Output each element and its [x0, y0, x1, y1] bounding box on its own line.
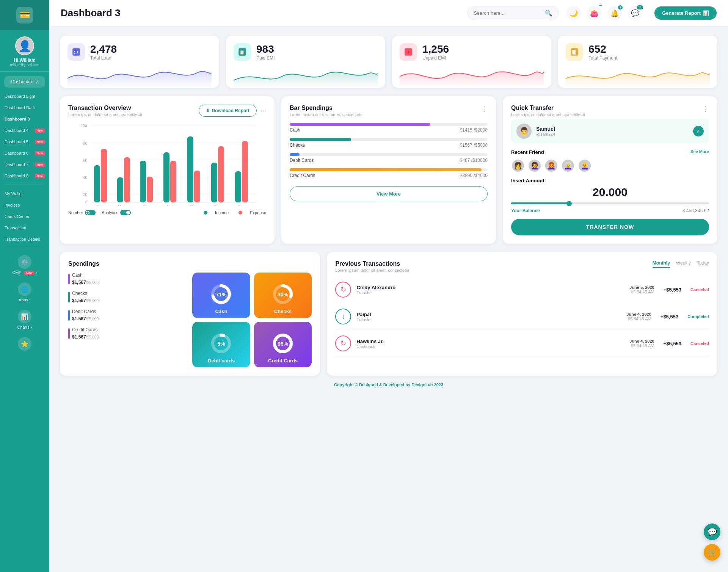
- sidebar-item-dashboard-dark[interactable]: Dashboard Dark: [0, 102, 49, 113]
- trans-status-2: Completed: [687, 314, 709, 319]
- svg-text:40: 40: [83, 176, 88, 180]
- expense-dot: [238, 211, 242, 215]
- bell-btn[interactable]: 🔔 2: [607, 6, 622, 20]
- see-more-link[interactable]: See More: [690, 149, 709, 155]
- search-box: 🔍: [467, 6, 559, 20]
- sidebar-item-dashboard7[interactable]: Dashboard 7New: [0, 159, 49, 170]
- paid-emi-wave: [234, 65, 378, 88]
- middle-row: Transaction Overview Lorem ipsum dolor s…: [60, 96, 717, 244]
- trans-name-2: Paipal: [356, 312, 621, 317]
- search-input[interactable]: [474, 10, 542, 16]
- tab-weekly[interactable]: Weekly: [676, 260, 691, 268]
- income-label: Income: [215, 210, 229, 215]
- svg-text:🏷: 🏷: [73, 50, 78, 55]
- trans-status-3: Canceled: [690, 341, 709, 346]
- svg-rect-35: [187, 136, 193, 202]
- sidebar-item-cards-center[interactable]: Cards Center: [0, 211, 49, 222]
- donut-cash: 71% Cash: [192, 273, 250, 318]
- prev-trans-title: Previous Transactions: [335, 260, 410, 267]
- qt-balance-value: $ 456,345.62: [682, 208, 709, 213]
- stat-cards-row: 🏷 2,478 Total Loan 📋: [60, 36, 717, 88]
- total-loan-wave: [67, 65, 212, 88]
- friend-avatar-4[interactable]: 👩‍🦳: [561, 159, 575, 172]
- transfer-now-button[interactable]: TRANSFER NOW: [511, 219, 709, 235]
- qt-balance-label: Your Balance: [511, 208, 540, 213]
- total-loan-icon: 🏷: [67, 43, 85, 61]
- svg-rect-38: [218, 146, 224, 202]
- sidebar-item-dashboard5[interactable]: Dashboard 5New: [0, 136, 49, 147]
- content-area: 🏷 2,478 Total Loan 📋: [49, 27, 728, 399]
- sidebar-item-dashboard6[interactable]: Dashboard 6New: [0, 147, 49, 159]
- spendings-title: Spendings: [68, 260, 312, 267]
- gear-icon: ⚙️: [18, 255, 31, 269]
- float-chat-button[interactable]: 💬: [704, 523, 720, 540]
- dashboard-dropdown-btn[interactable]: Dashboard ∨: [4, 76, 45, 88]
- sidebar-item-cms[interactable]: ⚙️ CMS New ›: [0, 251, 49, 279]
- topbar-icons: 🌙 👛 🔔 2 💬 12 Generate Report 📊: [566, 6, 717, 20]
- float-cart-button[interactable]: 🛒: [704, 544, 720, 561]
- sidebar-item-dashboard8[interactable]: Dashboard 8New: [0, 170, 49, 182]
- total-payment-label: Total Payment: [588, 55, 617, 61]
- qt-check-icon: ✓: [693, 126, 704, 136]
- qt-contact: 👨 Samuel @sam224 ✓: [511, 119, 709, 143]
- transaction-overview-card: Transaction Overview Lorem ipsum dolor s…: [60, 96, 275, 244]
- main-content: Dashboard 3 🔍 🌙 👛 🔔 2 💬 12 Generate Rep: [49, 0, 728, 572]
- sidebar-item-my-wallet[interactable]: My Wallet: [0, 188, 49, 199]
- chat-btn[interactable]: 💬 12: [628, 6, 642, 20]
- quick-transfer-card: Quick Transfer Lorem ipsum dolor sit ame…: [503, 96, 717, 244]
- bar-chart-icon: 📊: [703, 10, 709, 16]
- bar-chart-svg: 100 80 60 40 20 0 Sun: [68, 119, 266, 206]
- avatar: 👤: [15, 36, 34, 55]
- download-report-button[interactable]: ⬇ Download Report: [199, 105, 257, 117]
- analytics-toggle[interactable]: [120, 210, 131, 215]
- sidebar-divider2: [5, 248, 44, 248]
- view-more-button[interactable]: View More: [290, 186, 488, 201]
- tab-today[interactable]: Today: [697, 260, 709, 268]
- transaction-tabs: Monthly Weekly Today: [653, 260, 709, 268]
- spendings-item-cash: Cash $1,567/$5,000: [68, 273, 188, 285]
- spending-row-cash: Cash $1415 /$2000: [290, 123, 488, 133]
- sidebar-item-dashboard-light[interactable]: Dashboard Light: [0, 91, 49, 102]
- sidebar-item-dashboard4[interactable]: Dashboard 4New: [0, 125, 49, 136]
- sidebar-item-charts[interactable]: 📊 Charts ›: [0, 306, 49, 333]
- paid-emi-label: Paid EMI: [256, 55, 275, 61]
- tab-monthly[interactable]: Monthly: [653, 260, 670, 268]
- sidebar-item-invoices[interactable]: Invoices: [0, 199, 49, 211]
- wallet-btn[interactable]: 👛: [587, 6, 601, 20]
- svg-rect-32: [147, 177, 153, 202]
- svg-text:20: 20: [83, 193, 88, 197]
- sidebar-item-transaction[interactable]: Transaction: [0, 222, 49, 234]
- generate-report-button[interactable]: Generate Report 📊: [654, 6, 717, 20]
- trans-amount-1: +$5,553: [664, 287, 681, 293]
- stat-card-total-payment: 📑 652 Total Payment: [558, 36, 717, 88]
- friend-avatar-5[interactable]: 👩‍🦲: [578, 159, 592, 172]
- friend-avatar-1[interactable]: 👩: [511, 159, 525, 172]
- qt-slider-thumb[interactable]: [566, 201, 572, 206]
- friend-avatar-2[interactable]: 👩‍🦱: [528, 159, 541, 172]
- unpaid-emi-icon: 📌: [400, 43, 417, 61]
- bar-spendings-menu[interactable]: ⋮: [481, 105, 488, 113]
- sidebar-item-star[interactable]: ⭐: [0, 333, 49, 356]
- unpaid-emi-label: Unpaid EMI: [422, 55, 449, 61]
- svg-text:📌: 📌: [405, 49, 411, 55]
- svg-text:60: 60: [83, 158, 88, 163]
- spendings-card: Spendings Cash $1,567/$5,000: [60, 252, 320, 376]
- transaction-overview-menu[interactable]: ···: [260, 107, 266, 115]
- sidebar-item-dashboard3[interactable]: Dashboard 3: [0, 113, 49, 125]
- svg-text:0: 0: [85, 201, 88, 205]
- sidebar-logo-icon: 💳: [16, 7, 33, 24]
- sidebar-nav: Dashboard Light Dashboard Dark Dashboard…: [0, 91, 49, 245]
- sidebar-item-apps[interactable]: 🌐 Apps ›: [0, 279, 49, 306]
- trans-date-3: June 4, 2020: [629, 339, 654, 343]
- sidebar-item-transaction-details[interactable]: Transaction Details: [0, 234, 49, 245]
- income-dot: [204, 211, 207, 215]
- quick-transfer-menu[interactable]: ⋮: [702, 105, 709, 113]
- search-icon: 🔍: [545, 9, 552, 17]
- number-toggle[interactable]: [85, 210, 96, 215]
- footer: Copyright © Designed & Developed by Dexi…: [60, 376, 717, 390]
- moon-btn[interactable]: 🌙: [566, 6, 581, 20]
- friend-avatar-3[interactable]: 👩‍🦰: [544, 159, 558, 172]
- apps-icon: 🌐: [18, 282, 31, 296]
- topbar: Dashboard 3 🔍 🌙 👛 🔔 2 💬 12 Generate Rep: [49, 0, 728, 27]
- spending-row-debit: Debit Cards $487 /$10000: [290, 153, 488, 163]
